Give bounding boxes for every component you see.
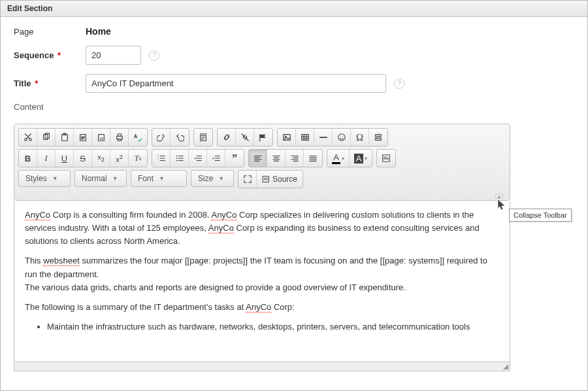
svg-text:2: 2 <box>157 158 158 160</box>
source-button[interactable]: Source <box>257 171 302 188</box>
text-color-button[interactable]: A▾ <box>327 150 350 167</box>
svg-point-18 <box>342 136 343 137</box>
blockquote-button[interactable]: ” <box>225 150 244 167</box>
panel-title: Edit Section <box>1 1 587 17</box>
svg-text:1: 1 <box>157 154 158 157</box>
spellcheck-icon[interactable] <box>129 129 147 146</box>
superscript-button[interactable]: x2 <box>110 150 129 167</box>
title-label: Title * <box>14 78 86 88</box>
align-right-button[interactable] <box>286 150 304 167</box>
content-textarea[interactable]: AnyCo Corp is a consulting firm founded … <box>14 201 510 362</box>
svg-point-21 <box>176 156 177 157</box>
edit-section-panel: Edit Section Page Home Sequence * ? Titl… <box>0 0 588 391</box>
size-dropdown[interactable]: Size▼ <box>191 170 234 187</box>
bullet-list-button[interactable] <box>171 150 189 167</box>
bg-color-button[interactable]: A▾ <box>350 150 372 167</box>
styles-dropdown[interactable]: Styles▼ <box>18 170 71 187</box>
paste-text-icon[interactable] <box>74 129 92 146</box>
indent-button[interactable] <box>207 150 225 167</box>
underline-button[interactable]: U <box>56 150 74 167</box>
svg-text:W: W <box>99 136 103 141</box>
font-dropdown[interactable]: Font▼ <box>131 170 187 187</box>
undo-icon[interactable] <box>152 129 171 146</box>
svg-point-0 <box>24 139 27 141</box>
redo-icon[interactable] <box>171 129 189 146</box>
svg-point-16 <box>338 134 345 141</box>
anchor-icon[interactable] <box>254 129 272 146</box>
help-icon[interactable]: ? <box>149 50 159 61</box>
svg-rect-4 <box>61 135 67 141</box>
svg-rect-25 <box>263 177 269 182</box>
sequence-label: Sequence * <box>14 50 86 60</box>
numbered-list-button[interactable]: 12 <box>152 150 171 167</box>
remove-format-button[interactable]: Tx <box>129 150 147 167</box>
format-dropdown[interactable]: Normal▼ <box>74 170 127 187</box>
form-body: Page Home Sequence * ? Title * ? Content <box>1 17 587 124</box>
list-item: Maintain the infrastructure such as hard… <box>47 320 499 333</box>
image-icon[interactable] <box>278 129 296 146</box>
svg-rect-15 <box>301 135 308 141</box>
italic-button[interactable]: I <box>37 150 56 167</box>
templates-icon[interactable] <box>194 129 212 146</box>
editor-toolbar: W <box>14 124 510 201</box>
link-icon[interactable] <box>218 129 236 146</box>
smiley-icon[interactable] <box>333 129 351 146</box>
svg-point-23 <box>176 160 177 162</box>
svg-point-17 <box>340 136 340 137</box>
collapse-tooltip: Collapse Toolbar <box>509 209 572 222</box>
align-justify-button[interactable] <box>304 150 322 167</box>
show-blocks-button[interactable] <box>377 150 395 167</box>
required-mark: * <box>35 78 38 88</box>
svg-rect-24 <box>383 155 390 162</box>
bold-button[interactable]: B <box>19 150 37 167</box>
rich-text-editor: W <box>14 124 510 371</box>
copy-icon[interactable] <box>37 129 56 146</box>
content-label: Content <box>14 102 574 112</box>
align-center-button[interactable] <box>267 150 286 167</box>
hr-icon[interactable] <box>314 129 333 146</box>
table-icon[interactable] <box>296 129 314 146</box>
align-left-button[interactable] <box>249 150 267 167</box>
unlink-icon[interactable] <box>236 129 254 146</box>
print-icon[interactable] <box>110 129 129 146</box>
paste-icon[interactable] <box>56 129 74 146</box>
paste-word-icon[interactable]: W <box>92 129 110 146</box>
svg-rect-9 <box>116 136 122 139</box>
resize-handle[interactable] <box>14 362 510 371</box>
collapse-toolbar-button[interactable]: ▴ <box>495 194 503 199</box>
subscript-button[interactable]: x2 <box>92 150 110 167</box>
svg-point-22 <box>176 158 177 159</box>
title-input[interactable] <box>86 74 386 93</box>
specialchar-icon[interactable]: Ω <box>351 129 369 146</box>
svg-rect-10 <box>118 134 121 137</box>
help-icon[interactable]: ? <box>394 78 404 89</box>
sequence-input[interactable] <box>86 46 141 65</box>
svg-point-1 <box>29 139 31 141</box>
pagebreak-icon[interactable] <box>369 129 387 146</box>
page-value: Home <box>86 26 111 37</box>
outdent-button[interactable] <box>189 150 207 167</box>
page-label: Page <box>14 27 86 37</box>
required-mark: * <box>57 50 61 60</box>
cut-icon[interactable] <box>19 129 37 146</box>
svg-rect-11 <box>118 139 121 141</box>
maximize-button[interactable] <box>238 171 257 188</box>
strike-button[interactable]: S <box>74 150 92 167</box>
